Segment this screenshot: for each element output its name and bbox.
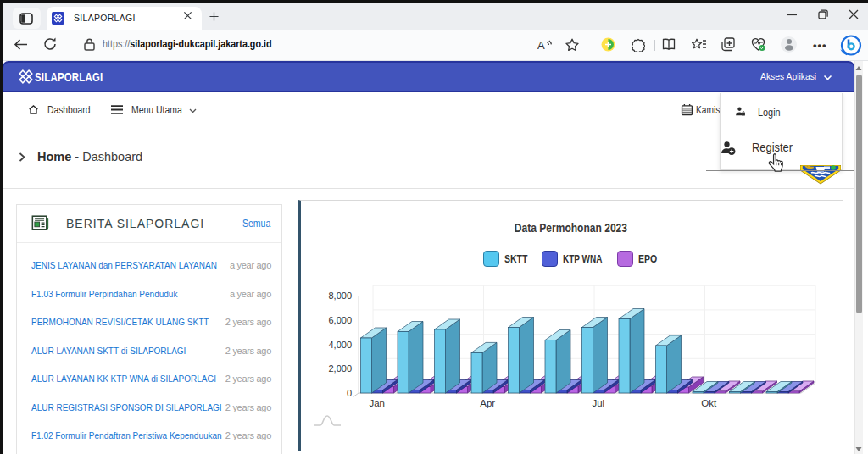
svg-text:4,000: 4,000 <box>328 340 352 350</box>
svg-text:6,000: 6,000 <box>328 315 352 325</box>
svg-text:2,000: 2,000 <box>328 363 352 374</box>
svg-text:Apr: Apr <box>480 398 495 408</box>
svg-text:Jul: Jul <box>592 398 604 408</box>
svg-text:Jan: Jan <box>369 398 385 408</box>
svg-text:A: A <box>537 39 545 51</box>
svg-text:0: 0 <box>347 388 352 398</box>
svg-text:Okt: Okt <box>701 398 717 408</box>
svg-text:8,000: 8,000 <box>328 291 352 301</box>
